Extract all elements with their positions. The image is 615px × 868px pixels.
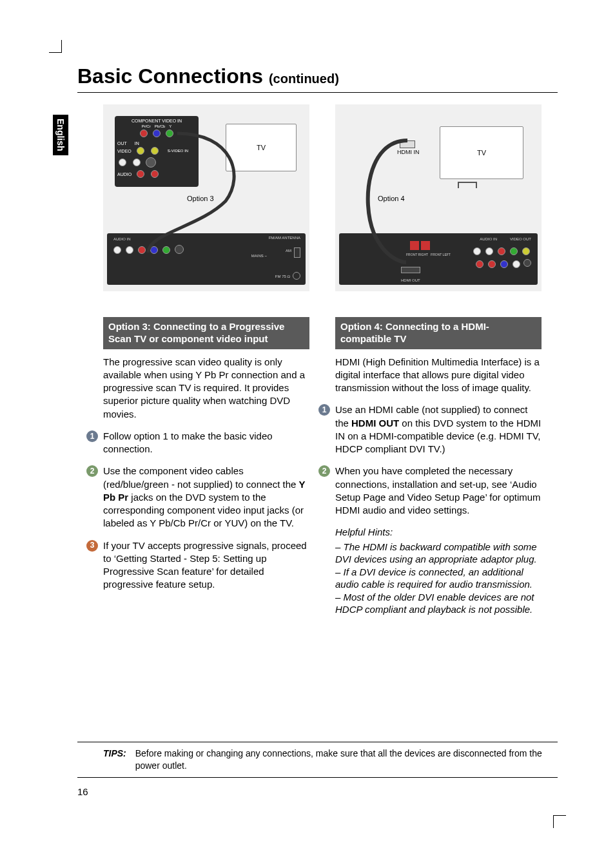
- option4-step-1: 1Use an HDMI cable (not supplied) to con…: [335, 403, 542, 456]
- option4-step-2: 2When you have completed the necessary c…: [335, 465, 542, 517]
- rear-audioin-4: AUDIO IN: [480, 237, 497, 241]
- step-badge-1: 1: [86, 430, 98, 442]
- crop-mark-bottom-right: [553, 815, 566, 828]
- option4-header: Option 4: Connecting to a HDMI-compatibl…: [335, 317, 542, 349]
- option4-step-1-text: Use an HDMI cable (not supplied) to conn…: [335, 404, 541, 454]
- title-continued: (continued): [269, 72, 339, 86]
- step-badge-1b: 1: [318, 404, 330, 416]
- page-number: 16: [77, 786, 88, 797]
- crop-mark-top-left: [49, 40, 62, 53]
- option4-intro: HDMI (High Definition Multimedia Interfa…: [335, 356, 542, 395]
- step-badge-2: 2: [86, 465, 98, 477]
- hdmi-in-port: [400, 140, 415, 148]
- rear-fm: FM 75 Ω: [275, 275, 290, 278]
- rear-am: AM: [286, 249, 291, 253]
- component-label: COMPONENT VIDEO IN: [117, 119, 196, 123]
- rear-mains: MAINS ~: [251, 254, 267, 258]
- in-label: IN: [135, 141, 139, 146]
- dvd-rear-panel-3: AUDIO IN MAINS ~ FM/AM ANTENNA AM FM 75 …: [107, 233, 306, 285]
- hint-3: – Most of the older DVI enable devices a…: [335, 591, 542, 616]
- option3-intro: The progressive scan video quality is on…: [103, 356, 309, 421]
- out-label: OUT: [117, 141, 127, 146]
- tv-back-panel: COMPONENT VIDEO IN Pr/Cr Pb/Cb Y OUT IN …: [115, 116, 199, 187]
- option3-label: Option 3: [187, 195, 214, 202]
- hdmi-out-label: HDMI OUT: [401, 278, 420, 282]
- front-left-label: FRONT LEFT: [431, 253, 451, 256]
- tv-stand-icon: [458, 182, 477, 188]
- y-label: Y: [169, 124, 171, 128]
- option3-step-3-text: If your TV accepts progressive signals, …: [103, 540, 307, 590]
- option3-step-3: 3If your TV accepts progressive signals,…: [103, 539, 309, 592]
- hint-1: – The HDMI is backward compatible with s…: [335, 541, 542, 566]
- tips-box: TIPS: Before making or changing any conn…: [77, 742, 558, 778]
- right-column: Option 4: Connecting to a HDMI-compatibl…: [335, 317, 542, 625]
- option3-step-2-text: Use the component video cables (red/blue…: [103, 465, 305, 528]
- pr-label: Pr/Cr: [142, 124, 151, 128]
- option4-step-2-text: When you have completed the necessary co…: [335, 465, 541, 516]
- option3-header: Option 3: Connecting to a Progressive Sc…: [103, 317, 309, 349]
- hint-2: – If a DVI device is connected, an addit…: [335, 566, 542, 591]
- figure-option-3: COMPONENT VIDEO IN Pr/Cr Pb/Cb Y OUT IN …: [103, 104, 309, 291]
- tv-label-4: TV: [477, 149, 486, 157]
- option4-label: Option 4: [378, 195, 405, 202]
- audio-label: AUDIO: [117, 172, 132, 177]
- page-title: Basic Connections (continued): [77, 64, 558, 88]
- title-main: Basic Connections: [77, 64, 263, 88]
- front-right-label: FRONT RIGHT: [406, 253, 428, 256]
- language-tab: English: [53, 115, 68, 155]
- ypbpr-bold: Y Pb Pr: [103, 479, 305, 503]
- hdmi-in-label: HDMI IN: [397, 149, 420, 155]
- svideo-label: S-VIDEO IN: [168, 149, 188, 153]
- rear-audioin: AUDIO IN: [113, 237, 131, 241]
- step-badge-3: 3: [86, 540, 98, 552]
- option3-step-1-text: Follow option 1 to make the basic video …: [103, 430, 273, 454]
- left-column: Option 3: Connecting to a Progressive Sc…: [103, 317, 309, 625]
- step-badge-2b: 2: [318, 465, 330, 477]
- rear-videoout-4: VIDEO OUT: [510, 237, 531, 241]
- tv-label: TV: [257, 144, 266, 151]
- tv-icon-4: TV: [440, 126, 523, 179]
- option3-step-2: 2Use the component video cables (red/blu…: [103, 465, 309, 530]
- rear-ant: FM/AM ANTENNA: [269, 236, 300, 240]
- tips-label: TIPS:: [103, 748, 126, 758]
- video-label: VIDEO: [117, 149, 132, 153]
- title-rule: [77, 92, 558, 93]
- dvd-rear-panel-4: FRONT RIGHT FRONT LEFT HDMI OUT AUDIO IN…: [339, 233, 538, 285]
- tips-body: Before making or changing any connection…: [135, 747, 548, 772]
- option3-step-1: 1Follow option 1 to make the basic video…: [103, 430, 309, 456]
- tv-icon: TV: [226, 124, 297, 171]
- hdmiout-bold: HDMI OUT: [351, 418, 399, 429]
- hints-label: Helpful Hints:: [335, 526, 542, 539]
- figure-option-4: TV HDMI IN Option 4 FRONT RIGHT FRONT LE…: [335, 104, 542, 291]
- pb-label: Pb/Cb: [155, 124, 166, 128]
